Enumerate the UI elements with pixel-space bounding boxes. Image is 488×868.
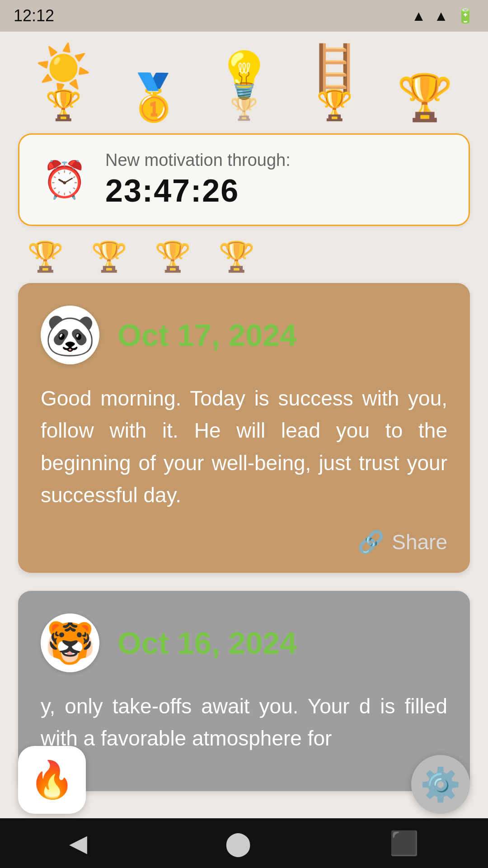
signal-icon: ▲ — [434, 8, 448, 24]
trophy-small-3: 🏆 — [155, 240, 191, 274]
trophy-medal: 🥇 — [126, 75, 182, 120]
trophy-cup: 🏆 — [397, 75, 453, 120]
card-1-header: 🐼 Oct 17, 2024 — [41, 306, 447, 364]
timer-content: New motivation through: 23:47:26 — [105, 151, 291, 209]
tiger-avatar: 🐯 — [41, 613, 99, 672]
share-section[interactable]: 🔗 Share — [41, 529, 447, 555]
status-bar: 12:12 ▲ ▲ 🔋 — [0, 0, 488, 32]
fab-settings-button[interactable]: ⚙️ — [411, 755, 470, 814]
wifi-icon: ▲ — [412, 8, 426, 24]
trophy-sun: ☀️ 🏆 — [35, 45, 92, 120]
card-2-header: 🐯 Oct 16, 2024 — [41, 613, 447, 672]
battery-icon: 🔋 — [456, 7, 474, 24]
status-icons: ▲ ▲ 🔋 — [412, 7, 474, 24]
timer-value: 23:47:26 — [105, 173, 291, 209]
card-2-text: y, only take-offs await you. Your d is f… — [41, 690, 447, 755]
share-icon: 🔗 — [357, 529, 385, 555]
trophy-stairs: 🪜 🏆 — [306, 45, 363, 120]
flame-icon: 🔥 — [29, 759, 75, 801]
share-label: Share — [392, 530, 447, 554]
panda-avatar: 🐼 — [41, 306, 99, 364]
alarm-icon: ⏰ — [42, 159, 87, 201]
nav-bar: ◀ ⬤ ⬛ — [0, 818, 488, 868]
timer-label: New motivation through: — [105, 151, 291, 170]
status-time: 12:12 — [14, 6, 54, 25]
timer-card: ⏰ New motivation through: 23:47:26 — [18, 133, 470, 226]
trophy-small-2: 🏆 — [91, 240, 127, 274]
nav-back-button[interactable]: ◀ — [69, 830, 87, 857]
motivation-card-1: 🐼 Oct 17, 2024 Good morning. Today is su… — [18, 283, 470, 573]
trophy-small-1: 🏆 — [27, 240, 64, 274]
trophy-bulb: 💡 🏆 — [216, 52, 272, 120]
card-1-date: Oct 17, 2024 — [117, 317, 297, 353]
trophy-row-2: 🏆 🏆 🏆 🏆 — [0, 240, 488, 274]
trophy-small-4: 🏆 — [218, 240, 255, 274]
trophy-row: ☀️ 🏆 🥇 💡 🏆 🪜 🏆 🏆 — [0, 32, 488, 124]
fab-app-button[interactable]: 🔥 — [18, 746, 86, 814]
motivation-card-2: 🐯 Oct 16, 2024 y, only take-offs await y… — [18, 591, 470, 791]
card-1-text: Good morning. Today is success with you,… — [41, 382, 447, 511]
nav-recent-button[interactable]: ⬛ — [389, 830, 419, 857]
settings-gear-icon: ⚙️ — [420, 765, 461, 804]
nav-home-button[interactable]: ⬤ — [225, 830, 251, 857]
card-2-date: Oct 16, 2024 — [117, 625, 297, 660]
